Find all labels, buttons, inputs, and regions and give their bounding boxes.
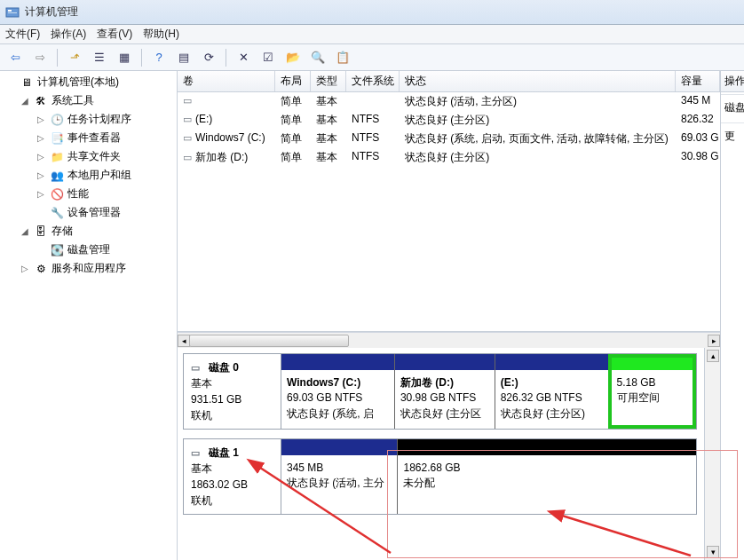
collapse-icon[interactable]: ◢ [20, 96, 30, 106]
col-header-capacity[interactable]: 容量 [676, 71, 720, 91]
tree-local-users[interactable]: ▷👥本地用户和组 [0, 166, 177, 185]
tools-icon: 🛠 [34, 94, 48, 108]
partition-d[interactable]: 新加卷 (D:) 30.98 GB NTFS 状态良好 (主分区 [394, 354, 495, 429]
properties-button[interactable]: ▦ [115, 48, 134, 67]
users-icon: 👥 [50, 169, 64, 183]
content-area: 🖥 计算机管理(本地) ◢ 🛠 系统工具 ▷🕒任务计划程序 ▷📑事件查看器 ▷📁… [0, 71, 744, 560]
volume-row[interactable]: ▭ 简单 基本 状态良好 (活动, 主分区) 345 M [178, 92, 720, 111]
services-icon: ⚙ [34, 262, 48, 276]
col-header-status[interactable]: 状态 [400, 71, 676, 91]
refresh-button[interactable]: ⟳ [199, 48, 218, 67]
disk-1-block: ▭磁盘 1 基本 1863.02 GB 联机 345 MB 状态良好 (活动, … [183, 438, 697, 515]
volume-row[interactable]: ▭(E:) 简单 基本 NTFS 状态良好 (主分区) 826.32 [178, 111, 720, 130]
col-header-volume[interactable]: 卷 [178, 71, 275, 91]
horizontal-scrollbar[interactable]: ◂ ▸ [178, 332, 720, 348]
up-button[interactable]: ⬏ [65, 48, 84, 67]
app-icon [5, 5, 20, 20]
title-bar: 计算机管理 [0, 0, 744, 25]
storage-icon: 🗄 [34, 225, 48, 239]
collapse-icon[interactable]: ◢ [20, 226, 30, 236]
svg-rect-1 [8, 10, 12, 12]
svg-rect-2 [8, 12, 17, 13]
show-hide-tree-button[interactable]: ☰ [90, 48, 109, 67]
list-button[interactable]: 📋 [333, 48, 352, 67]
clock-icon: 🕒 [50, 113, 64, 127]
scroll-thumb[interactable] [189, 335, 349, 347]
event-icon: 📑 [50, 131, 64, 146]
main-pane: 卷 布局 类型 文件系统 状态 容量 ▭ 简单 基本 状态良好 (活动, 主分区… [178, 71, 721, 560]
partition-band [495, 354, 608, 370]
perf-icon: 🚫 [50, 187, 64, 201]
back-button[interactable]: ⇦ [5, 48, 25, 67]
menu-file[interactable]: 文件(F) [5, 27, 40, 42]
expand-icon[interactable]: ▷ [36, 170, 46, 180]
free-space-band [612, 358, 693, 370]
nav-tree[interactable]: 🖥 计算机管理(本地) ◢ 🛠 系统工具 ▷🕒任务计划程序 ▷📑事件查看器 ▷📁… [0, 71, 178, 560]
forward-button[interactable]: ⇨ [30, 48, 50, 67]
disk-1-partitions: 345 MB 状态良好 (活动, 主分 1862.68 GB 未分配 [281, 439, 696, 514]
partition-band [281, 354, 394, 370]
tree-system-tools[interactable]: ◢ 🛠 系统工具 [0, 91, 177, 110]
vertical-scrollbar[interactable]: ▴ ▾ [704, 348, 720, 560]
volume-list[interactable]: ▭ 简单 基本 状态良好 (活动, 主分区) 345 M ▭(E:) 简单 基本… [178, 92, 720, 332]
view-mode-button[interactable]: ▤ [174, 48, 194, 67]
menu-action[interactable]: 操作(A) [51, 27, 86, 42]
disk-icon: ▭ [191, 446, 200, 461]
open-button[interactable]: 📂 [283, 48, 303, 67]
tree-shared-folders[interactable]: ▷📁共享文件夹 [0, 147, 177, 166]
toolbar: ⇦ ⇨ ⬏ ☰ ▦ ? ▤ ⟳ ✕ ☑ 📂 🔍 📋 [0, 44, 744, 71]
expand-icon[interactable]: ▷ [36, 152, 46, 162]
expand-icon[interactable]: ▷ [20, 264, 30, 273]
expand-icon[interactable]: ▷ [36, 114, 46, 124]
tree-disk-management[interactable]: 💽磁盘管理 [0, 241, 177, 259]
disk-0-info[interactable]: ▭磁盘 0 基本 931.51 GB 联机 [184, 354, 281, 429]
shared-folder-icon: 📁 [50, 150, 64, 164]
partition-c[interactable]: Windows7 (C:) 69.03 GB NTFS 状态良好 (系统, 启 [281, 354, 394, 429]
scroll-down-icon[interactable]: ▾ [707, 546, 719, 558]
partition-unallocated[interactable]: 1862.68 GB 未分配 [397, 439, 696, 514]
toolbar-separator-3 [226, 49, 226, 67]
volume-icon: ▭ [183, 114, 192, 124]
col-header-layout[interactable]: 布局 [275, 71, 311, 91]
tree-task-scheduler[interactable]: ▷🕒任务计划程序 [0, 110, 177, 129]
device-icon: 🔧 [50, 206, 64, 220]
volume-row[interactable]: ▭Windows7 (C:) 简单 基本 NTFS 状态良好 (系统, 启动, … [178, 130, 720, 148]
help-button[interactable]: ? [149, 48, 169, 67]
actions-header: 操作 [721, 71, 744, 92]
toolbar-separator [57, 49, 58, 67]
partition-band [281, 439, 397, 455]
tree-storage[interactable]: ◢ 🗄 存储 [0, 222, 177, 241]
tree-services[interactable]: ▷ ⚙ 服务和应用程序 [0, 259, 177, 278]
search-button[interactable]: 🔍 [308, 48, 328, 67]
disk-0-partitions: Windows7 (C:) 69.03 GB NTFS 状态良好 (系统, 启 … [281, 354, 696, 429]
disk-icon: ▭ [191, 360, 200, 375]
disk-graphic-area: ▭磁盘 0 基本 931.51 GB 联机 Windows7 (C:) 69.0… [178, 348, 704, 560]
volume-icon: ▭ [183, 132, 192, 143]
volume-row[interactable]: ▭新加卷 (D:) 简单 基本 NTFS 状态良好 (主分区) 30.98 G [178, 148, 720, 167]
partition-active[interactable]: 345 MB 状态良好 (活动, 主分 [281, 439, 397, 514]
computer-icon: 🖥 [20, 75, 34, 90]
col-header-filesystem[interactable]: 文件系统 [346, 71, 400, 91]
partition-e[interactable]: (E:) 826.32 GB NTFS 状态良好 (主分区) [495, 354, 608, 429]
actions-section[interactable]: 磁盘管 [721, 94, 744, 121]
menu-view[interactable]: 查看(V) [97, 27, 132, 42]
window-title: 计算机管理 [25, 4, 78, 20]
expand-icon[interactable]: ▷ [36, 189, 46, 199]
actions-more[interactable]: 更 [721, 122, 744, 149]
scroll-left-icon[interactable]: ◂ [178, 335, 190, 347]
tree-root[interactable]: 🖥 计算机管理(本地) [0, 73, 177, 91]
tree-event-viewer[interactable]: ▷📑事件查看器 [0, 129, 177, 147]
disk-1-info[interactable]: ▭磁盘 1 基本 1863.02 GB 联机 [184, 439, 281, 514]
menu-help[interactable]: 帮助(H) [143, 27, 179, 42]
menu-bar: 文件(F) 操作(A) 查看(V) 帮助(H) [0, 25, 744, 44]
col-header-type[interactable]: 类型 [311, 71, 346, 91]
delete-button[interactable]: ✕ [233, 48, 253, 67]
tree-performance[interactable]: ▷🚫性能 [0, 185, 177, 203]
scroll-up-icon[interactable]: ▴ [707, 350, 719, 362]
tree-device-manager[interactable]: 🔧设备管理器 [0, 203, 177, 222]
settings-button[interactable]: ☑ [258, 48, 278, 67]
scroll-right-icon[interactable]: ▸ [708, 335, 720, 347]
expand-icon[interactable]: ▷ [36, 133, 46, 143]
disk-0-block: ▭磁盘 0 基本 931.51 GB 联机 Windows7 (C:) 69.0… [183, 353, 697, 430]
partition-free-space[interactable]: 5.18 GB 可用空间 [608, 354, 696, 429]
